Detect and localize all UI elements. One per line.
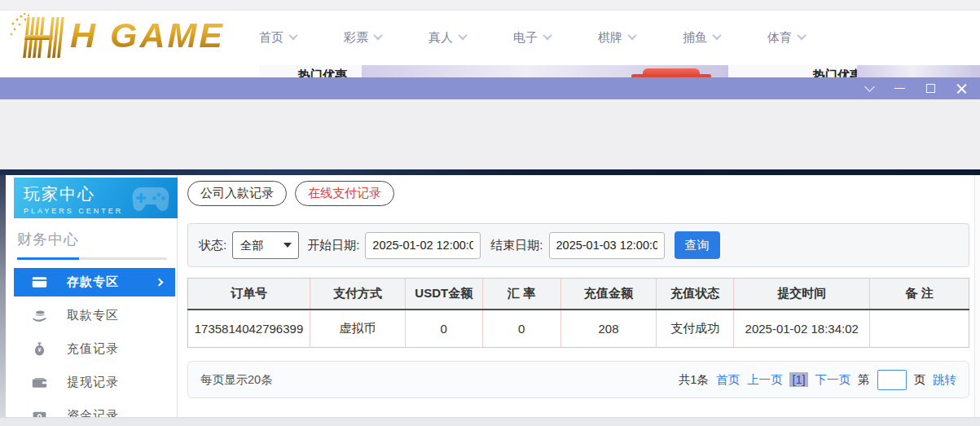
- start-date-input[interactable]: [365, 232, 481, 259]
- jump-action-link[interactable]: 跳转: [933, 372, 956, 388]
- cell-order-no: 1735814042796399: [188, 310, 310, 348]
- nav-item-fishing[interactable]: 捕鱼: [683, 30, 720, 46]
- col-recharge-amount: 充值金额: [560, 279, 657, 310]
- cell-usdt-amount: 0: [405, 310, 482, 348]
- brand-logo-text: H GAME: [70, 12, 225, 58]
- background-page-peek: 热门优惠 热门优惠: [0, 65, 980, 77]
- cell-submit-time: 2025-01-02 18:34:02: [734, 310, 870, 348]
- promo-graphic: [643, 68, 700, 77]
- start-date-label: 开始日期:: [307, 238, 359, 253]
- page-size-text: 每页显示20条: [200, 372, 273, 388]
- money-bag-icon: ¥: [32, 341, 47, 357]
- players-center-header: 玩家中心 PLAYERS CENTER: [14, 178, 178, 218]
- end-date-input[interactable]: [549, 232, 665, 259]
- sidebar-item-deposit[interactable]: 存款专区: [14, 268, 175, 296]
- promo-title: 热门优惠: [813, 66, 862, 77]
- chevron-down-icon: [288, 30, 297, 39]
- panel-right-edge: [974, 175, 980, 417]
- sidebar: 玩家中心 PLAYERS CENTER 财务中心: [6, 175, 178, 417]
- window-collapse-icon[interactable]: [864, 81, 875, 92]
- nav-item-slots[interactable]: 电子: [513, 30, 551, 46]
- current-page-indicator: [1]: [789, 372, 807, 387]
- nav-item-lottery[interactable]: 彩票: [344, 30, 381, 46]
- search-button[interactable]: 查询: [675, 231, 720, 259]
- panel-left-edge: [0, 175, 6, 417]
- screen: H GAME 首页 彩票 真人 电子 棋牌: [0, 0, 980, 426]
- total-count-text: 共1条: [679, 372, 709, 388]
- brand-logo-monogram-icon: [8, 12, 68, 58]
- chevron-down-icon: [373, 30, 382, 39]
- first-page-link[interactable]: 首页: [716, 372, 740, 388]
- jump-prefix-text: 第: [858, 372, 870, 388]
- main-content: 公司入款记录 在线支付记录 状态: 全部 开始日期: 结束日期: 查询: [178, 175, 974, 417]
- cell-payment-method: 虚拟币: [310, 310, 405, 348]
- end-date-label: 结束日期:: [490, 238, 543, 253]
- window-empty-area: [0, 99, 980, 169]
- chevron-right-icon: [156, 279, 164, 287]
- status-select[interactable]: 全部: [232, 231, 299, 259]
- chevron-down-icon: [712, 30, 721, 39]
- brand-logo[interactable]: H GAME: [8, 12, 225, 58]
- jump-suffix-text: 页: [914, 372, 926, 388]
- sidebar-item-withdrawal-records[interactable]: 提现记录: [14, 368, 175, 397]
- hand-money-icon: [32, 308, 47, 323]
- prev-page-link[interactable]: 上一页: [747, 372, 783, 388]
- panel-bottom-strip: [0, 417, 980, 426]
- status-select-wrap: 全部: [232, 231, 299, 259]
- main-nav: 首页 彩票 真人 电子 棋牌 捕鱼: [259, 11, 805, 65]
- chevron-down-icon: [797, 30, 806, 39]
- pager-controls: 共1条 首页 上一页 [1] 下一页 第 页 跳转: [679, 370, 956, 390]
- promo-title: 热门优惠: [298, 66, 347, 77]
- nav-item-sports[interactable]: 体育: [767, 30, 805, 46]
- nav-item-live[interactable]: 真人: [428, 30, 466, 46]
- col-recharge-status: 充值状态: [657, 279, 734, 310]
- window-close-icon[interactable]: [956, 83, 967, 94]
- chevron-down-icon: [543, 30, 552, 39]
- col-submit-time: 提交时间: [734, 279, 870, 310]
- sidebar-item-recharge-records[interactable]: ¥ 充值记录: [14, 335, 175, 363]
- payment-records-table: 订单号 支付方式 USDT金额 汇 率 充值金额 充值状态 提交时间 备 注 1…: [187, 278, 969, 348]
- window-maximize-icon[interactable]: [926, 84, 935, 93]
- page-jump-input[interactable]: [877, 370, 907, 390]
- promo-banner: [857, 65, 980, 77]
- finance-section-title: 财务中心: [17, 230, 177, 249]
- col-exchange-rate: 汇 率: [482, 279, 560, 310]
- nav-item-cards[interactable]: 棋牌: [598, 30, 635, 46]
- next-page-link[interactable]: 下一页: [815, 372, 851, 388]
- col-usdt-amount: USDT金额: [405, 279, 482, 310]
- col-order-no: 订单号: [188, 279, 310, 310]
- filter-bar: 状态: 全部 开始日期: 结束日期: 查询: [187, 223, 969, 267]
- window-titlebar: [0, 77, 980, 99]
- bank-card-icon: [32, 274, 47, 290]
- chevron-down-icon: [458, 30, 467, 39]
- cell-remark: [870, 310, 969, 348]
- section-underline: [17, 257, 167, 260]
- sidebar-menu: 存款专区 取款专区 ¥: [6, 268, 177, 426]
- tab-company-deposit-records[interactable]: 公司入款记录: [187, 181, 287, 206]
- site-header: H GAME 首页 彩票 真人 电子 棋牌: [0, 11, 980, 65]
- nav-item-home[interactable]: 首页: [259, 30, 297, 46]
- record-tabs: 公司入款记录 在线支付记录: [187, 181, 974, 206]
- sidebar-item-withdraw[interactable]: 取款专区: [14, 301, 175, 330]
- wallet-icon: [32, 375, 47, 390]
- cell-exchange-rate: 0: [482, 310, 560, 348]
- cell-recharge-amount: 208: [560, 310, 657, 348]
- col-remark: 备 注: [870, 279, 969, 310]
- panel-top-border: [0, 169, 980, 175]
- tab-online-payment-records[interactable]: 在线支付记录: [295, 181, 394, 206]
- window-minimize-icon[interactable]: [894, 88, 905, 89]
- pagination-bar: 每页显示20条 共1条 首页 上一页 [1] 下一页 第 页 跳转: [187, 361, 969, 398]
- browser-top-strip: [0, 0, 980, 11]
- svg-text:¥: ¥: [38, 347, 42, 354]
- chevron-down-icon: [627, 30, 636, 39]
- table-row: 1735814042796399 虚拟币 0 0 208 支付成功 2025-0…: [188, 310, 969, 348]
- cell-recharge-status: 支付成功: [657, 310, 734, 348]
- col-payment-method: 支付方式: [310, 279, 405, 310]
- gamepad-icon: [132, 183, 169, 216]
- table-header-row: 订单号 支付方式 USDT金额 汇 率 充值金额 充值状态 提交时间 备 注: [188, 279, 969, 310]
- status-label: 状态:: [199, 238, 226, 253]
